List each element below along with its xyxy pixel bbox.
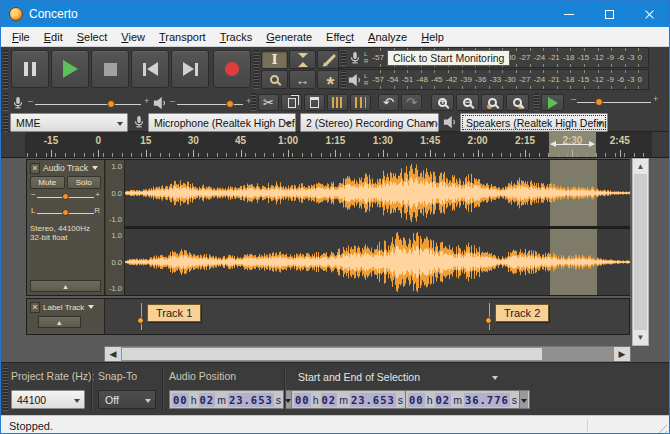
collapse-track-button[interactable]: ▲ [30, 280, 101, 292]
horizontal-scrollbar[interactable]: ◀ ▶ [104, 346, 631, 362]
menu-select[interactable]: Select [70, 29, 115, 45]
envelope-tool-button[interactable] [289, 50, 316, 69]
pan-slider[interactable]: L R [30, 205, 101, 221]
minutes-value[interactable]: 02 [435, 393, 452, 407]
label-lane[interactable]: Track 1Track 2 [125, 299, 629, 334]
collapse-track-button[interactable]: ▲ [38, 316, 81, 328]
monitoring-tooltip[interactable]: Click to Start Monitoring [387, 50, 510, 66]
track-title[interactable]: Label Track [43, 303, 84, 312]
solo-button[interactable]: Solo [67, 176, 102, 189]
zoom-out-button[interactable]: − [456, 94, 479, 111]
play-at-speed-button[interactable] [541, 94, 564, 111]
menu-generate[interactable]: Generate [259, 29, 319, 45]
skip-to-end-button[interactable] [171, 50, 209, 88]
hours-value[interactable]: 00 [408, 393, 425, 407]
time-format-dropdown-icon[interactable] [519, 391, 528, 408]
track-title[interactable]: Audio Track [43, 163, 88, 173]
fit-selection-button[interactable] [481, 94, 504, 111]
pause-button[interactable] [11, 50, 49, 88]
waveform-right-channel[interactable] [125, 229, 630, 295]
menu-analyze[interactable]: Analyze [361, 29, 414, 45]
selection-start-field[interactable]: 00h02m23.653s [291, 390, 416, 409]
minimize-button[interactable] [549, 1, 589, 27]
undo-button[interactable]: ↶ [378, 94, 399, 111]
label-text[interactable]: Track 2 [495, 304, 549, 322]
mixer-grip[interactable] [3, 93, 8, 111]
menu-tracks[interactable]: Tracks [213, 29, 260, 45]
zoom-in-button[interactable]: + [431, 94, 454, 111]
playspeed-grip[interactable] [534, 93, 539, 111]
cut-button[interactable]: ✂ [258, 94, 279, 111]
scroll-left-icon[interactable]: ◀ [105, 347, 121, 361]
pan-knob[interactable] [62, 209, 69, 216]
recording-volume-slider[interactable] [35, 104, 141, 105]
record-button[interactable] [213, 50, 251, 88]
waveform-left-channel[interactable] [125, 160, 630, 226]
audio-host-select[interactable]: MME [10, 113, 128, 132]
menu-transport[interactable]: Transport [152, 29, 213, 45]
recording-channels-select[interactable]: 2 (Stereo) Recording Channels [300, 113, 439, 132]
track-menu-icon[interactable] [92, 166, 98, 170]
menu-effect[interactable]: Effect [319, 29, 361, 45]
copy-button[interactable] [281, 94, 302, 111]
recording-meter-grip[interactable] [341, 49, 346, 66]
seconds-value[interactable]: 36.776 [464, 393, 510, 407]
horizontal-scroll-thumb[interactable] [122, 348, 542, 360]
device-grip[interactable] [3, 114, 8, 132]
label-marker-icon[interactable] [141, 303, 142, 330]
gain-slider[interactable]: − + [30, 189, 101, 205]
minutes-value[interactable]: 02 [199, 393, 216, 407]
scroll-right-icon[interactable]: ▶ [614, 347, 630, 361]
scroll-up-icon[interactable]: ▲ [633, 159, 648, 174]
snap-to-select[interactable]: Off [98, 390, 156, 409]
mute-button[interactable]: Mute [30, 176, 65, 189]
redo-button[interactable]: ↷ [401, 94, 422, 111]
playspeed-knob[interactable] [595, 98, 603, 106]
audio-position-field[interactable]: 00h02m23.653s [169, 390, 294, 409]
selection-tool-button[interactable]: I [261, 50, 288, 69]
menu-edit[interactable]: Edit [37, 29, 70, 45]
resize-grip-icon[interactable] [655, 421, 667, 433]
waveform-area[interactable] [125, 160, 629, 295]
scroll-down-icon[interactable]: ▼ [633, 330, 648, 345]
silence-audio-button[interactable] [350, 94, 371, 111]
vertical-scroll-thumb[interactable] [634, 174, 647, 330]
paste-button[interactable] [304, 94, 325, 111]
close-button[interactable] [629, 1, 669, 27]
zoom-tool-button[interactable] [261, 70, 288, 89]
timeshift-tool-button[interactable]: ↔ [289, 70, 316, 89]
selbar-grip[interactable] [3, 367, 8, 411]
playback-device-select[interactable]: Speakers (Realtek High Definiti [460, 113, 608, 132]
transport-grip[interactable] [3, 50, 8, 89]
recording-volume-knob[interactable] [107, 100, 115, 108]
track-menu-icon[interactable] [88, 305, 94, 309]
label-text[interactable]: Track 1 [147, 304, 201, 322]
playback-meter[interactable]: LR -57-54-51-48-45-42-39-36-33-30-27-24-… [338, 69, 649, 90]
hours-value[interactable]: 00 [172, 393, 189, 407]
hours-value[interactable]: 00 [294, 393, 311, 407]
skip-to-start-button[interactable] [131, 50, 169, 88]
audio-track-panel[interactable]: × Audio Track Mute Solo − + L R [27, 160, 105, 295]
project-rate-select[interactable]: 44100 [11, 390, 85, 409]
label-marker-icon[interactable] [489, 303, 490, 330]
edit-grip[interactable] [251, 93, 256, 111]
menu-help[interactable]: Help [414, 29, 451, 45]
gain-knob[interactable] [62, 193, 69, 200]
close-track-button[interactable]: × [30, 302, 40, 313]
title-bar[interactable]: Concerto [1, 1, 669, 27]
minutes-value[interactable]: 02 [321, 393, 338, 407]
seconds-value[interactable]: 23.653 [350, 393, 396, 407]
tools-grip[interactable] [254, 50, 259, 89]
selection-end-field[interactable]: 00h02m36.776s [405, 390, 530, 409]
fit-project-button[interactable] [506, 94, 529, 111]
vertical-scrollbar[interactable]: ▲ ▼ [632, 158, 649, 346]
play-button[interactable] [51, 50, 89, 88]
playspeed-slider[interactable] [577, 102, 651, 103]
close-track-button[interactable]: × [30, 163, 40, 174]
trim-audio-button[interactable] [327, 94, 348, 111]
playback-volume-knob[interactable] [226, 100, 234, 108]
label-track-panel[interactable]: × Label Track ▲ [27, 299, 105, 334]
selection-mode-select[interactable]: Start and End of Selection [291, 367, 503, 386]
recording-device-select[interactable]: Microphone (Realtek High Defini [148, 113, 296, 132]
vertical-ruler[interactable]: 1.0 0.0 -1.0 1.0 0.0 -1.0 [106, 160, 125, 295]
